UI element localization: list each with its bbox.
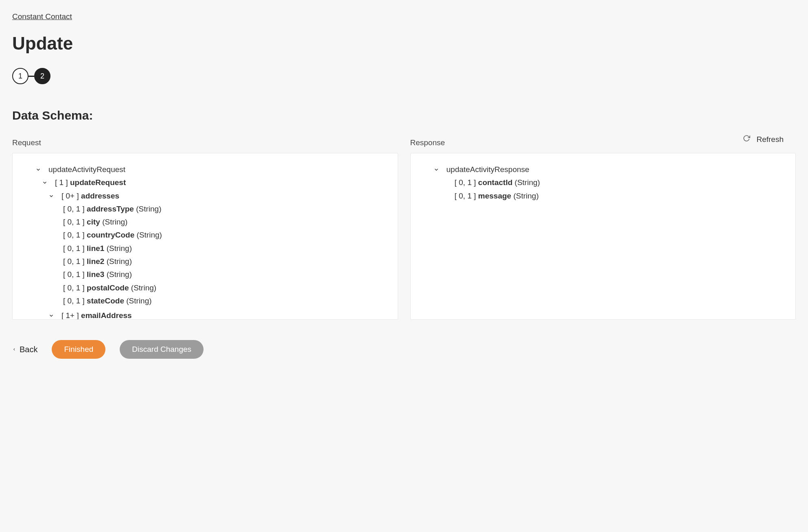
leaf-name: stateCode <box>87 297 124 305</box>
tree-leaf[interactable]: [ 0, 1 ] line3 (String) <box>21 268 390 281</box>
tree-leaf[interactable]: [ 0, 1 ] line1 (String) <box>21 242 390 255</box>
tree-node-label: updateActivityRequest <box>48 163 125 176</box>
leaf-type: (String) <box>136 205 161 213</box>
leaf-type: (String) <box>515 178 540 187</box>
leaf-type: (String) <box>513 192 539 200</box>
leaf-cardinality: [ 0, 1 ] <box>455 192 476 200</box>
tree-leaf[interactable]: [ 0, 1 ] message (String) <box>419 190 788 203</box>
response-column: Response updateActivityResponse [ 0, 1 ]… <box>410 138 796 320</box>
step-2[interactable]: 2 <box>34 68 50 84</box>
finished-button[interactable]: Finished <box>52 340 105 359</box>
tree-node-cardinality: [ 1 ] <box>55 178 68 187</box>
leaf-name: message <box>478 192 511 200</box>
leaf-name: line1 <box>87 244 104 253</box>
leaf-cardinality: [ 0, 1 ] <box>63 218 85 226</box>
discard-button[interactable]: Discard Changes <box>120 340 204 359</box>
leaf-name: line3 <box>87 270 104 279</box>
leaf-cardinality: [ 0, 1 ] <box>63 297 85 305</box>
leaf-type: (String) <box>137 231 162 239</box>
leaf-name: city <box>87 218 100 226</box>
request-label: Request <box>12 138 398 147</box>
chevron-down-icon[interactable] <box>42 180 48 185</box>
tree-node-cardinality: [ 1+ ] <box>61 311 79 320</box>
leaf-type: (String) <box>107 270 132 279</box>
chevron-down-icon[interactable] <box>48 313 54 318</box>
tree-leaf[interactable]: [ 0, 1 ] city (String) <box>21 216 390 229</box>
back-button[interactable]: Back <box>12 345 37 354</box>
response-label: Response <box>410 138 796 147</box>
leaf-type: (String) <box>107 257 132 266</box>
leaf-name: contactId <box>478 178 512 187</box>
tree-node-partial[interactable]: [ 1+ ] emailAddress <box>21 309 390 320</box>
leaf-type: (String) <box>102 218 127 226</box>
leaf-type: (String) <box>107 244 132 253</box>
chevron-down-icon[interactable] <box>48 193 54 199</box>
leaf-cardinality: [ 0, 1 ] <box>455 178 476 187</box>
tree-node-label: updateActivityResponse <box>447 163 530 176</box>
stepper: 1 2 <box>12 68 796 84</box>
page-title: Update <box>12 33 796 54</box>
tree-node-root[interactable]: updateActivityResponse <box>419 163 788 176</box>
leaf-name: addressType <box>87 205 134 213</box>
leaf-cardinality: [ 0, 1 ] <box>63 257 85 266</box>
back-label: Back <box>20 345 37 354</box>
tree-leaf[interactable]: [ 0, 1 ] addressType (String) <box>21 203 390 216</box>
tree-node-root[interactable]: updateActivityRequest <box>21 163 390 176</box>
leaf-cardinality: [ 0, 1 ] <box>63 231 85 239</box>
leaf-type: (String) <box>131 283 156 292</box>
request-panel: updateActivityRequest [ 1 ] updateReques… <box>12 153 398 320</box>
leaf-cardinality: [ 0, 1 ] <box>63 283 85 292</box>
leaf-type: (String) <box>126 297 151 305</box>
breadcrumb-link[interactable]: Constant Contact <box>12 12 72 21</box>
chevron-down-icon[interactable] <box>35 167 41 172</box>
leaf-cardinality: [ 0, 1 ] <box>63 270 85 279</box>
leaf-name: postalCode <box>87 283 129 292</box>
tree-leaf[interactable]: [ 0, 1 ] stateCode (String) <box>21 294 390 307</box>
step-1[interactable]: 1 <box>12 68 28 84</box>
tree-node-name: updateRequest <box>70 178 126 187</box>
chevron-left-icon <box>12 345 16 354</box>
tree-node-cardinality: [ 0+ ] <box>61 192 79 200</box>
tree-leaf[interactable]: [ 0, 1 ] contactId (String) <box>419 176 788 189</box>
request-column: Request updateActivityRequest [ 1 ] <box>12 138 398 320</box>
response-panel: updateActivityResponse [ 0, 1 ] contactI… <box>410 153 796 320</box>
section-title: Data Schema: <box>12 109 796 122</box>
tree-node-updaterequest[interactable]: [ 1 ] updateRequest <box>21 176 390 189</box>
chevron-down-icon[interactable] <box>434 167 439 172</box>
step-connector <box>28 76 34 77</box>
leaf-cardinality: [ 0, 1 ] <box>63 205 85 213</box>
leaf-cardinality: [ 0, 1 ] <box>63 244 85 253</box>
tree-node-name: emailAddress <box>81 311 132 320</box>
tree-node-name: addresses <box>81 192 119 200</box>
tree-leaf[interactable]: [ 0, 1 ] line2 (String) <box>21 255 390 268</box>
tree-leaf[interactable]: [ 0, 1 ] postalCode (String) <box>21 281 390 294</box>
leaf-name: line2 <box>87 257 104 266</box>
tree-node-addresses[interactable]: [ 0+ ] addresses <box>21 190 390 203</box>
leaf-name: countryCode <box>87 231 134 239</box>
tree-leaf[interactable]: [ 0, 1 ] countryCode (String) <box>21 229 390 242</box>
